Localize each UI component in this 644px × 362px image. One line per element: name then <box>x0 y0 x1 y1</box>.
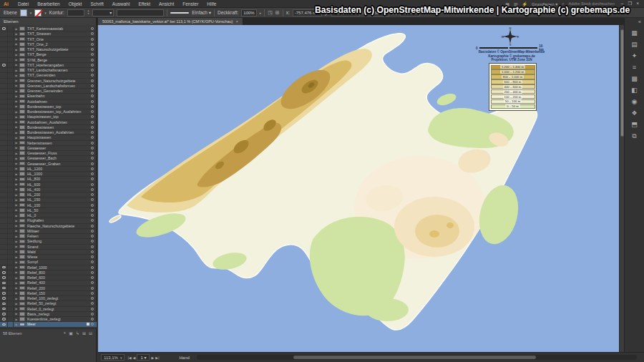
expand-arrow-icon[interactable]: ▶ <box>14 162 19 165</box>
layer-row[interactable]: ▶ Siedlung <box>0 239 97 244</box>
expand-arrow-icon[interactable]: ▶ <box>14 260 19 264</box>
expand-arrow-icon[interactable]: ▶ <box>14 250 19 253</box>
visibility-eye-icon[interactable] <box>2 64 6 67</box>
expand-arrow-icon[interactable]: ▶ <box>14 177 19 181</box>
lock-toggle[interactable] <box>8 245 14 249</box>
expand-arrow-icon[interactable]: ▶ <box>14 37 19 41</box>
expand-arrow-icon[interactable]: ▶ <box>14 193 19 197</box>
expand-arrow-icon[interactable]: ▶ <box>14 229 19 233</box>
layer-row[interactable]: ▶ Gewaesser_Graben <box>0 162 97 167</box>
target-circle-icon[interactable] <box>91 302 94 305</box>
expand-arrow-icon[interactable]: ▶ <box>14 307 19 310</box>
visibility-eye-icon[interactable] <box>2 287 6 290</box>
expand-arrow-icon[interactable]: ▶ <box>14 172 19 176</box>
target-circle-icon[interactable] <box>91 225 94 228</box>
layer-row[interactable]: ▶ Hauptstrassen_top <box>0 114 97 119</box>
lock-toggle[interactable] <box>8 197 14 202</box>
target-circle-icon[interactable] <box>91 209 94 212</box>
target-circle-icon[interactable] <box>91 318 94 321</box>
expand-arrow-icon[interactable]: ▶ <box>14 297 19 300</box>
layer-row[interactable]: ▶ Sumpf <box>0 260 97 265</box>
target-circle-icon[interactable] <box>91 59 94 62</box>
target-circle-icon[interactable] <box>91 147 94 150</box>
target-circle-icon[interactable] <box>91 64 94 67</box>
lock-toggle[interactable] <box>8 114 14 119</box>
menu-item[interactable]: Fenster <box>178 1 203 6</box>
target-circle-icon[interactable] <box>91 48 94 51</box>
target-circle-icon[interactable] <box>91 38 94 41</box>
lock-toggle[interactable] <box>8 68 14 72</box>
expand-arrow-icon[interactable]: ▶ <box>14 32 19 36</box>
layer-row[interactable]: ▶ HL_600 <box>0 182 97 187</box>
lock-toggle[interactable] <box>8 208 14 212</box>
layer-row[interactable]: ▶ TXT_Gemeinden <box>0 73 97 78</box>
swatches-icon[interactable]: ▦ <box>628 27 641 39</box>
target-circle-icon[interactable] <box>91 162 94 165</box>
layer-row[interactable]: ▶ HL_100 <box>0 203 97 208</box>
stroke-weight-stepper[interactable]: ▲▼ <box>87 10 89 15</box>
lock-toggle[interactable] <box>8 146 14 150</box>
target-circle-icon[interactable] <box>91 287 94 290</box>
layer-row[interactable]: ▶ Strand <box>0 245 97 250</box>
appearance-icon[interactable]: ◉ <box>628 96 641 107</box>
next-artboard-icon[interactable]: ▶ <box>151 356 154 360</box>
lock-toggle[interactable] <box>8 94 14 98</box>
expand-arrow-icon[interactable]: ▶ <box>14 110 19 114</box>
expand-arrow-icon[interactable]: ▶ <box>14 291 19 295</box>
target-circle-icon[interactable] <box>91 100 94 103</box>
target-circle-icon[interactable] <box>91 79 94 82</box>
layer-row[interactable]: ▶ TXT_Strassen <box>0 31 97 36</box>
gradient-icon[interactable]: ▩ <box>628 73 641 84</box>
brushes-icon[interactable]: ▤ <box>628 39 641 50</box>
lock-toggle[interactable] <box>8 84 14 88</box>
lock-toggle[interactable] <box>8 239 14 243</box>
target-circle-icon[interactable] <box>91 110 94 113</box>
visibility-eye-icon[interactable] <box>2 323 6 326</box>
lock-toggle[interactable] <box>8 280 14 285</box>
target-circle-icon[interactable] <box>91 32 94 35</box>
expand-arrow-icon[interactable]: ▶ <box>14 53 19 57</box>
expand-arrow-icon[interactable]: ▶ <box>14 240 19 243</box>
lock-toggle[interactable] <box>8 260 14 264</box>
lock-toggle[interactable] <box>8 130 14 134</box>
target-circle-icon[interactable] <box>91 27 94 30</box>
target-circle-icon[interactable] <box>91 266 94 269</box>
collapse-dock-icon[interactable]: « <box>638 18 644 27</box>
target-circle-icon[interactable] <box>91 84 94 87</box>
target-circle-icon[interactable] <box>91 121 94 124</box>
lock-toggle[interactable] <box>8 156 14 160</box>
expand-arrow-icon[interactable]: ▶ <box>14 167 19 170</box>
lock-toggle[interactable] <box>8 182 14 187</box>
menu-item[interactable]: Auswahl <box>108 1 135 6</box>
lock-toggle[interactable] <box>8 58 14 62</box>
lock-toggle[interactable] <box>8 234 14 238</box>
graphic-styles-icon[interactable]: ❖ <box>628 107 641 119</box>
target-circle-icon[interactable] <box>91 313 94 315</box>
layer-row[interactable]: ▶ Wald <box>0 250 97 255</box>
expand-arrow-icon[interactable]: ▶ <box>14 63 19 67</box>
expand-arrow-icon[interactable]: ▶ <box>14 141 19 145</box>
stroke-dropdown-icon[interactable]: ▾ <box>44 11 47 15</box>
expand-arrow-icon[interactable]: ▶ <box>14 265 19 269</box>
expand-arrow-icon[interactable]: ▶ <box>14 84 19 87</box>
layer-row[interactable]: ▶ TXT_Orte <box>0 37 97 42</box>
layer-row[interactable]: ▶ HL_50 <box>0 208 97 213</box>
target-circle-icon[interactable] <box>91 198 94 201</box>
menu-item[interactable]: Objekt <box>64 1 87 6</box>
layer-row[interactable]: ▶ HL_1200 <box>0 167 97 172</box>
lock-toggle[interactable] <box>8 31 14 36</box>
target-circle-icon[interactable] <box>91 167 94 170</box>
lock-toggle[interactable] <box>8 167 14 171</box>
lock-toggle[interactable] <box>8 125 14 129</box>
target-circle-icon[interactable] <box>91 271 94 274</box>
panel-collapse-marks[interactable]: ‾ ‾ <box>2 19 15 24</box>
layer-row[interactable]: ▶ Relief_400 <box>0 280 97 285</box>
layer-row[interactable]: ▶ Relief_150 <box>0 291 97 296</box>
layer-row[interactable]: ▶ Militaer <box>0 229 97 234</box>
target-circle-icon[interactable] <box>91 69 94 72</box>
expand-arrow-icon[interactable]: ▶ <box>14 270 19 274</box>
target-circle-icon[interactable] <box>91 53 94 56</box>
layer-row[interactable]: ▶ Flaeche_Naturschutzgebiete <box>0 224 97 229</box>
lock-toggle[interactable] <box>8 250 14 254</box>
lock-toggle[interactable] <box>8 286 14 290</box>
